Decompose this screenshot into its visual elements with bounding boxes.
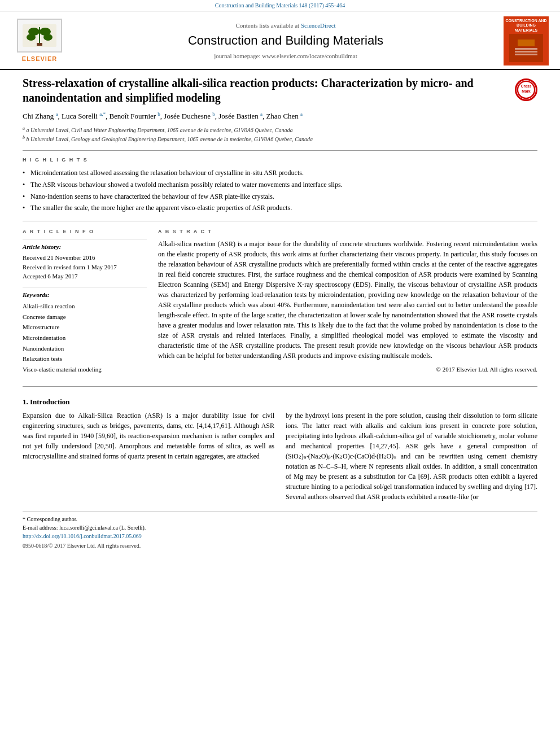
affiliations: a a Université Laval, Civil and Water En… [23, 125, 537, 144]
article-title: Stress-relaxation of crystalline alkali-… [23, 76, 537, 105]
affiliation-a: a a Université Laval, Civil and Water En… [23, 125, 537, 134]
article-info-abstract: A R T I C L E I N F O Article history: R… [23, 228, 537, 381]
body-col-left: Expansion due to Alkali-Silica Reaction … [23, 410, 274, 502]
svg-point-4 [27, 34, 36, 41]
footnote-email-label: E-mail address: [23, 525, 58, 531]
body-section: 1. Introduction Expansion due to Alkali-… [23, 397, 537, 502]
keywords-list: Alkali-silica reaction Concrete damage M… [23, 301, 147, 375]
highlights-section: H I G H L I G H T S Microindentation tes… [23, 156, 537, 214]
keyword-3: Microstructure [23, 322, 147, 333]
svg-text:Cross: Cross [521, 84, 532, 88]
intro-text-col1: Expansion due to Alkali-Silica Reaction … [23, 410, 274, 461]
cbm-badge: Construction and Building MATERIALS [504, 16, 549, 65]
highlight-1: Microindentation test allowed assessing … [23, 167, 537, 179]
footnote-email-line: E-mail address: luca.sorelli@gci.ulaval.… [23, 523, 537, 532]
sciencedirect-link[interactable]: ScienceDirect [301, 22, 336, 29]
footnote-section: * Corresponding author. E-mail address: … [23, 511, 537, 550]
svg-rect-11 [518, 40, 535, 46]
article-info-col: A R T I C L E I N F O Article history: R… [23, 228, 147, 381]
body-col-right: by the hydroxyl ions present in the pore… [286, 410, 537, 502]
svg-rect-6 [37, 43, 42, 46]
affiliation-b: b b Université Laval, Geology and Geolog… [23, 134, 537, 143]
badge-title: Construction and Building MATERIALS [505, 19, 548, 33]
article-history-label: Article history: [23, 243, 147, 251]
keyword-6: Relaxation tests [23, 353, 147, 364]
contents-line: Contents lists available at ScienceDirec… [79, 21, 492, 30]
keywords-label: Keywords: [23, 291, 147, 299]
keyword-7: Visco-elastic material modeling [23, 364, 147, 375]
article-info-label: A R T I C L E I N F O [23, 228, 147, 235]
elsevier-logo: ELSEVIER [11, 19, 68, 63]
abstract-col: A B S T R A C T Alkali-silica reaction (… [158, 228, 537, 381]
journal-title: Construction and Building Materials [79, 32, 492, 50]
keyword-5: Nanoindentation [23, 343, 147, 354]
journal-citation: Construction and Building Materials 148 … [215, 2, 345, 8]
footer-issn: 0950-0618/© 2017 Elsevier Ltd. All right… [23, 541, 537, 550]
crossmark[interactable]: Cross Mark [515, 78, 537, 101]
info-divider-2 [23, 287, 147, 287]
keyword-1: Alkali-silica reaction [23, 301, 147, 312]
keyword-4: Microindentation [23, 333, 147, 343]
svg-rect-8 [515, 48, 537, 50]
abstract-text: Alkali-silica reaction (ASR) is a major … [158, 239, 537, 361]
accepted-date: Accepted 6 May 2017 [23, 272, 147, 281]
badge-image [509, 34, 543, 62]
journal-homepage: journal homepage: www.elsevier.com/locat… [79, 52, 492, 60]
body-cols: Expansion due to Alkali-Silica Reaction … [23, 410, 537, 502]
svg-rect-9 [515, 51, 537, 53]
received-date: Received 21 November 2016 [23, 253, 147, 263]
highlight-2: The ASR viscous behaviour showed a twofo… [23, 179, 537, 191]
intro-text-col2: by the hydroxyl ions present in the pore… [286, 410, 537, 502]
revised-date: Received in revised form 1 May 2017 [23, 263, 147, 272]
crossmark-badge: Cross Mark [515, 78, 537, 101]
copyright-line: © 2017 Elsevier Ltd. All rights reserved… [158, 365, 537, 374]
keyword-2: Concrete damage [23, 312, 147, 322]
footnote-email: luca.sorelli@gci.ulaval.ca (L. Sorelli). [59, 525, 146, 531]
svg-rect-10 [515, 54, 537, 55]
footnote-doi[interactable]: http://dx.doi.org/10.1016/j.conbuildmat.… [23, 532, 537, 540]
elsevier-logo-image [17, 19, 62, 53]
info-divider-1 [23, 239, 147, 239]
divider-1 [23, 150, 537, 151]
elsevier-name: ELSEVIER [22, 55, 57, 63]
highlights-list: Microindentation test allowed assessing … [23, 167, 537, 214]
article-container: Cross Mark Stress-relaxation of crystall… [0, 70, 560, 561]
journal-header: ELSEVIER Contents lists available at Sci… [0, 12, 560, 70]
abstract-label: A B S T R A C T [158, 228, 537, 235]
keywords-section: Keywords: Alkali-silica reaction Concret… [23, 291, 147, 375]
authors-line: Chi Zhang a, Luca Sorelli a,*, Benoît Fo… [23, 111, 537, 122]
svg-point-5 [43, 34, 53, 41]
highlights-label: H I G H L I G H T S [23, 156, 537, 164]
header-center: Contents lists available at ScienceDirec… [68, 21, 504, 61]
highlight-4: The smaller the scale, the more higher a… [23, 202, 537, 214]
doi-line: Construction and Building Materials 148 … [0, 0, 560, 12]
intro-title: 1. Introduction [23, 397, 537, 407]
article-title-section: Cross Mark Stress-relaxation of crystall… [23, 76, 537, 105]
footnote-corresponding: * Corresponding author. [23, 515, 537, 523]
divider-2 [23, 221, 537, 221]
article-history: Article history: Received 21 November 20… [23, 243, 147, 281]
svg-text:Mark: Mark [522, 89, 531, 93]
highlight-3: Nano-indention seems to have characteriz… [23, 191, 537, 203]
divider-3 [23, 386, 537, 387]
